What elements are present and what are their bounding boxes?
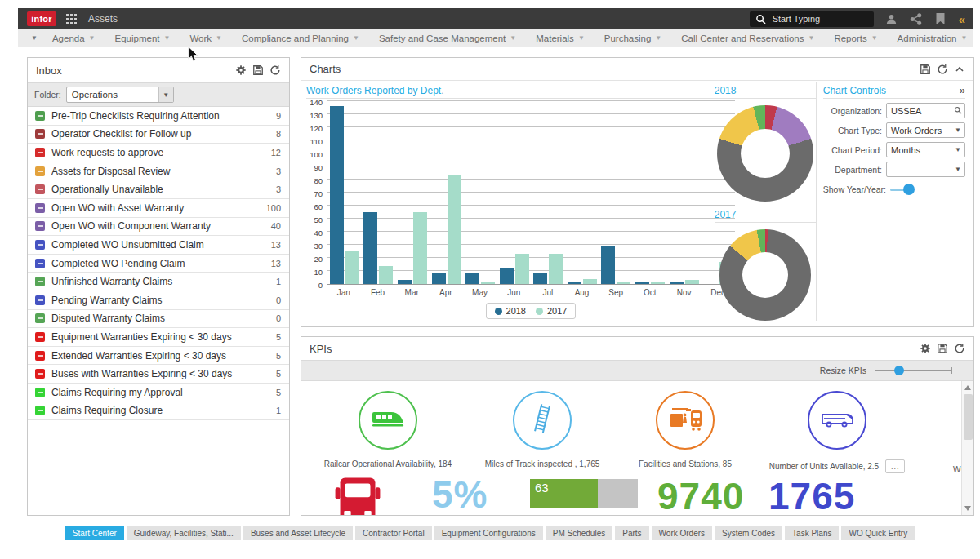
- inbox-item[interactable]: Equipment Warranties Expiring < 30 days5: [28, 328, 289, 347]
- infor-logo[interactable]: infor: [27, 11, 56, 26]
- bar-2018-aug[interactable]: [568, 282, 581, 284]
- menu-item-compliance-and-planning[interactable]: Compliance and Planning▼: [242, 33, 359, 43]
- bar-2018-jan[interactable]: [330, 106, 344, 284]
- footer-tab-parts[interactable]: Parts: [615, 526, 648, 540]
- organization-lookup-field[interactable]: USSEA: [886, 103, 965, 118]
- inbox-item[interactable]: Assets for Disposal Review3: [28, 162, 289, 181]
- folder-select[interactable]: Operations ▼: [66, 87, 174, 103]
- menu-item-reports[interactable]: Reports▼: [834, 33, 877, 43]
- bar-2017-jun[interactable]: [515, 254, 529, 284]
- bar-2017-may[interactable]: [481, 282, 495, 284]
- bar-2017-feb[interactable]: [379, 266, 393, 284]
- kpi-menu-button[interactable]: ...: [885, 459, 905, 473]
- kpi-green-number[interactable]: 9740: [657, 474, 744, 515]
- department-select[interactable]: ▼: [886, 162, 965, 177]
- chart-type-select[interactable]: Work Orders ▼: [886, 122, 965, 138]
- bar-2017-mar[interactable]: [413, 212, 427, 284]
- inbox-item[interactable]: Completed WO Unsubmitted Claim13: [28, 236, 289, 255]
- user-icon[interactable]: [885, 12, 898, 25]
- gear-icon[interactable]: [235, 64, 247, 76]
- save-layout-icon[interactable]: [252, 64, 264, 76]
- bar-2018-oct[interactable]: [635, 282, 649, 284]
- bar-2018-feb[interactable]: [363, 212, 377, 284]
- bar-2018-jun[interactable]: [500, 268, 514, 284]
- inbox-item[interactable]: Operator Checklist for Follow up8: [28, 126, 289, 144]
- inbox-item[interactable]: Buses with Warranties Expiring < 30 days…: [28, 365, 289, 384]
- footer-tab-contractor-portal[interactable]: Contractor Portal: [355, 526, 432, 540]
- refresh-icon[interactable]: [954, 343, 965, 354]
- scroll-down-arrow[interactable]: [964, 506, 971, 511]
- inbox-item[interactable]: Claims Requiring my Approval5: [28, 384, 289, 402]
- inbox-item[interactable]: Completed WO Pending Claim13: [28, 255, 289, 273]
- resize-kpis-slider[interactable]: [875, 366, 952, 375]
- donut-chart-2018[interactable]: [717, 105, 813, 202]
- scroll-up-arrow[interactable]: [964, 385, 971, 390]
- footer-tab-system-codes[interactable]: System Codes: [715, 526, 782, 540]
- bookmark-icon[interactable]: [934, 12, 947, 25]
- share-icon[interactable]: [910, 12, 923, 25]
- footer-tab-guideway-facilities-stati-[interactable]: Guideway, Facilities, Stati...: [127, 526, 241, 540]
- inbox-item[interactable]: Operationally Unavailable3: [28, 180, 289, 199]
- kpi-tile-track[interactable]: Miles of Track inspected , 1,765: [468, 391, 617, 477]
- bar-2017-aug[interactable]: [583, 279, 597, 284]
- scrollbar-thumb[interactable]: [964, 394, 973, 440]
- inbox-item[interactable]: Pre-Trip Checklists Requiring Attention9: [28, 107, 289, 126]
- menu-item-work[interactable]: Work▼: [189, 33, 222, 43]
- save-layout-icon[interactable]: [937, 343, 948, 354]
- footer-tab-work-orders[interactable]: Work Orders: [652, 526, 713, 540]
- save-layout-icon[interactable]: [920, 64, 931, 75]
- menu-item-purchasing[interactable]: Purchasing▼: [604, 33, 662, 43]
- inbox-item[interactable]: Unfinished Warranty Claims1: [28, 273, 289, 291]
- show-year-year-toggle[interactable]: [890, 184, 915, 195]
- kpi-tile-units[interactable]: Number of Units Available, 2.5 ...: [754, 391, 920, 477]
- bar-2017-sep[interactable]: [617, 282, 630, 284]
- menu-item-agenda[interactable]: Agenda▼: [52, 33, 96, 43]
- footer-tab-start-center[interactable]: Start Center: [65, 526, 124, 540]
- donut-chart-2017[interactable]: [719, 229, 811, 321]
- bar-2017-jan[interactable]: [345, 251, 359, 284]
- menu-collapse-caret[interactable]: ▼: [31, 34, 38, 42]
- inbox-item[interactable]: Claims Requiring Closure1: [28, 402, 289, 421]
- inbox-item[interactable]: Open WO with Component Warranty40: [28, 218, 289, 237]
- menu-item-materials[interactable]: Materials▼: [536, 33, 585, 43]
- bar-2018-may[interactable]: [466, 273, 479, 284]
- footer-tab-wo-quick-entry[interactable]: WO Quick Entry: [841, 526, 915, 540]
- menu-item-equipment[interactable]: Equipment▼: [115, 33, 171, 43]
- menu-item-call-center-and-reservations[interactable]: Call Center and Reservations▼: [681, 33, 814, 43]
- bar-2018-sep[interactable]: [601, 246, 615, 284]
- footer-tab-pm-schedules[interactable]: PM Schedules: [546, 526, 612, 540]
- kpi-percent-value[interactable]: 5%: [432, 472, 488, 515]
- slider-knob[interactable]: [894, 366, 904, 375]
- global-search[interactable]: [750, 11, 874, 27]
- bar-2018-jul[interactable]: [533, 273, 547, 284]
- footer-tab-buses-and-asset-lifecycle[interactable]: Buses and Asset Lifecycle: [243, 526, 353, 540]
- bar-2018-apr[interactable]: [432, 273, 446, 284]
- bar-2017-jul[interactable]: [549, 254, 563, 284]
- search-input[interactable]: [773, 14, 862, 24]
- inbox-item[interactable]: Pending Warranty Claims0: [28, 291, 289, 310]
- lookup-icon[interactable]: [951, 106, 964, 116]
- kpi-blue-number[interactable]: 1765: [768, 474, 855, 515]
- bar-2017-nov[interactable]: [685, 280, 699, 284]
- inbox-item[interactable]: Extended Warranties Expiring < 30 days5: [28, 347, 289, 366]
- chart-period-select[interactable]: Months ▼: [886, 142, 965, 157]
- kpi-progress-bar[interactable]: 63: [530, 479, 638, 508]
- inbox-item[interactable]: Open WO with Asset Warranty100: [28, 199, 289, 218]
- refresh-icon[interactable]: [270, 64, 281, 76]
- bar-2017-oct[interactable]: [651, 282, 665, 284]
- inbox-item[interactable]: Disputed Warranty Claims0: [28, 310, 289, 329]
- bar-chart-plot[interactable]: [327, 102, 735, 285]
- menu-item-safety-and-case-management[interactable]: Safety and Case Management▼: [379, 33, 516, 43]
- collapse-panel-icon[interactable]: «: [959, 13, 965, 25]
- bar-2018-mar[interactable]: [398, 280, 412, 284]
- kpi-tile-railcar[interactable]: Railcar Operational Availability, 184: [308, 391, 468, 477]
- bar-2017-apr[interactable]: [448, 175, 461, 284]
- inbox-item[interactable]: Work requests to approve12: [28, 144, 289, 162]
- footer-tab-equipment-configurations[interactable]: Equipment Configurations: [434, 526, 543, 540]
- bar-2018-nov[interactable]: [670, 282, 684, 284]
- app-launcher-icon[interactable]: [66, 14, 77, 24]
- vertical-scrollbar[interactable]: [961, 381, 973, 515]
- expand-right-icon[interactable]: »: [960, 84, 965, 96]
- footer-tab-task-plans[interactable]: Task Plans: [785, 526, 839, 540]
- gear-icon[interactable]: [920, 343, 931, 354]
